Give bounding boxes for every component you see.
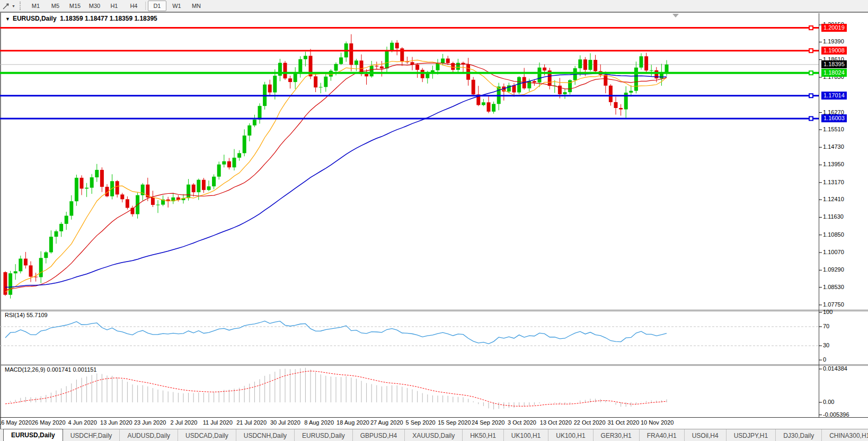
axis-tick-label: 100	[823, 309, 832, 315]
axis-tick-label: 1.07750	[823, 301, 844, 308]
tab-CHINA300-H1[interactable]: CHINA300,H1	[822, 429, 868, 441]
price-level-badge: 1.16003	[821, 114, 847, 122]
pane-separator[interactable]	[1, 364, 868, 366]
date-tick-label: 23 Jun 2020	[134, 419, 166, 426]
axis-tick-label: 0.014384	[823, 365, 847, 372]
symbol-tabs: EURUSD,DailyUSDCHF,DailyAUDUSD,DailyUSDC…	[0, 429, 868, 441]
macd-name: MACD(12,26,9)	[5, 366, 45, 373]
tabs-container: EURUSD,DailyUSDCHF,DailyAUDUSD,DailyUSDC…	[0, 429, 868, 441]
price-axis: 1.201501.193901.186101.178301.162701.155…	[821, 0, 868, 429]
tab-DJ30-Daily[interactable]: DJ30,Daily	[776, 429, 822, 441]
rsi-name: RSI(14)	[5, 312, 25, 318]
date-tick-label: 22 Oct 2020	[574, 419, 606, 426]
timeframe-buttons: M1M5M15M30H1H4D1W1MN	[26, 1, 206, 11]
axis-tick-label: 1.09290	[823, 266, 844, 273]
tool-dropdown-icon[interactable]: ▼	[12, 4, 15, 8]
cursor-tool-icon	[2, 2, 10, 10]
date-tick-label: 24 Sep 2020	[472, 419, 504, 426]
tab-USDCAD-Daily[interactable]: USDCAD,Daily	[178, 429, 236, 441]
axis-tick-label: 1.14730	[823, 143, 844, 150]
date-tick-label: 16 May 2020	[0, 419, 32, 426]
price-level-badge: 1.18395	[821, 60, 847, 68]
date-tick-label: 3 Oct 2020	[508, 419, 536, 426]
mt4-window: ▼ M1M5M15M30H1H4D1W1MN ▼EURUSD,Daily 1.1…	[0, 0, 868, 441]
date-tick-label: 5 Sep 2020	[405, 419, 435, 426]
date-tick-label: 31 Oct 2020	[607, 419, 639, 426]
axis-tick-label: 0	[823, 356, 826, 363]
timeframe-button-M5[interactable]: M5	[46, 1, 65, 11]
price-level-badge: 1.20019	[821, 24, 847, 32]
chart-window[interactable]	[0, 12, 868, 429]
symbol-dropdown-icon[interactable]: ▼	[5, 16, 10, 22]
price-level-badge: 1.18024	[821, 69, 847, 77]
tab-HK50-H1[interactable]: HK50,H1	[463, 429, 504, 441]
tab-XAUUSD-Daily[interactable]: XAUUSD,Daily	[405, 429, 463, 441]
date-tick-label: 30 Jul 2020	[270, 419, 300, 426]
axis-tick-label: 1.13170	[823, 179, 844, 185]
axis-tick-label: 1.19390	[823, 38, 844, 44]
chart-header: ▼EURUSD,Daily 1.18359 1.18477 1.18359 1.…	[5, 15, 157, 22]
tab-GBPUSD-H4[interactable]: GBPUSD,H4	[353, 429, 405, 441]
date-tick-label: 21 Jul 2020	[236, 419, 267, 426]
date-tick-label: 2 Jul 2020	[171, 419, 198, 426]
tab-UK100-H1[interactable]: UK100,H1	[548, 429, 593, 441]
timeframe-button-D1[interactable]: D1	[148, 1, 166, 11]
timeframe-button-W1[interactable]: W1	[167, 1, 186, 11]
axis-tick-label: 1.10070	[823, 249, 844, 255]
tab-USOil-H4[interactable]: USOil,H4	[685, 429, 727, 441]
date-tick-label: 11 Jul 2020	[203, 419, 233, 426]
axis-tick-label: 1.10850	[823, 231, 844, 238]
axis-tick-label: 30	[823, 342, 829, 348]
axis-tick-label: 0.00	[823, 399, 834, 405]
axis-tick-label: 1.12410	[823, 196, 844, 202]
tab-USDCHF-Daily[interactable]: USDCHF,Daily	[63, 429, 120, 441]
date-tick-label: 13 Oct 2020	[540, 419, 572, 426]
date-tick-label: 4 Jun 2020	[68, 419, 96, 426]
timeframe-button-H1[interactable]: H1	[105, 1, 123, 11]
tab-GER30-H1[interactable]: GER30,H1	[594, 429, 640, 441]
tab-EURUSD-Daily[interactable]: EURUSD,Daily	[3, 429, 63, 441]
axis-tick-label: 1.11630	[823, 213, 844, 220]
date-tick-label: 10 Nov 2020	[641, 419, 674, 426]
tab-USDJPY-H1[interactable]: USDJPY,H1	[727, 429, 776, 441]
macd-label: MACD(12,26,9) 0.001741 0.001151	[5, 366, 96, 373]
tab-AUDUSD-Daily[interactable]: AUDUSD,Daily	[120, 429, 178, 441]
date-axis: 16 May 202026 May 20204 Jun 202013 Jun 2…	[0, 418, 868, 428]
date-tick-label: 8 Aug 2020	[304, 419, 334, 426]
tab-FRA40-H1[interactable]: FRA40,H1	[640, 429, 685, 441]
timeframe-toolbar: ▼ M1M5M15M30H1H4D1W1MN	[0, 0, 868, 12]
tab-EURUSD-Daily[interactable]: EURUSD,Daily	[295, 429, 353, 441]
axis-tick-label: 1.13950	[823, 161, 844, 167]
toolbar-separator	[145, 2, 146, 10]
timeframe-button-M30[interactable]: M30	[85, 1, 104, 11]
date-tick-label: 13 Jun 2020	[100, 419, 132, 426]
pane-separator[interactable]	[1, 310, 868, 311]
rsi-label: RSI(14) 55.7109	[5, 312, 48, 318]
symbol-label: EURUSD,Daily	[13, 15, 57, 22]
macd-values: 0.001741 0.001151	[47, 366, 96, 373]
axis-tick-label: 1.08530	[823, 284, 844, 290]
date-tick-label: 15 Sep 2020	[438, 419, 471, 426]
tab-UK100-H1[interactable]: UK100,H1	[504, 429, 548, 441]
timeframe-button-MN[interactable]: MN	[187, 1, 206, 11]
timeframe-button-H4[interactable]: H4	[125, 1, 143, 11]
timeframe-button-M1[interactable]: M1	[26, 1, 45, 11]
axis-tick-label: -0.005396	[823, 411, 849, 418]
date-tick-label: 18 Aug 2020	[336, 419, 369, 426]
rsi-value: 55.7109	[26, 312, 48, 318]
timeframe-button-M15[interactable]: M15	[66, 1, 84, 11]
ohlc-values: 1.18359 1.18477 1.18359 1.18395	[60, 15, 157, 22]
toolbar-grip[interactable]	[20, 2, 23, 10]
date-tick-label: 27 Aug 2020	[370, 419, 403, 426]
date-tick-label: 26 May 2020	[32, 419, 66, 426]
axis-tick-label: 70	[823, 323, 829, 329]
tab-USDCNH-Daily[interactable]: USDCNH,Daily	[236, 429, 295, 441]
price-level-badge: 1.17014	[821, 92, 847, 100]
axis-tick-label: 1.15510	[823, 126, 844, 132]
cursor-tool-button[interactable]: ▼	[0, 1, 17, 11]
price-level-badge: 1.19008	[821, 47, 847, 55]
